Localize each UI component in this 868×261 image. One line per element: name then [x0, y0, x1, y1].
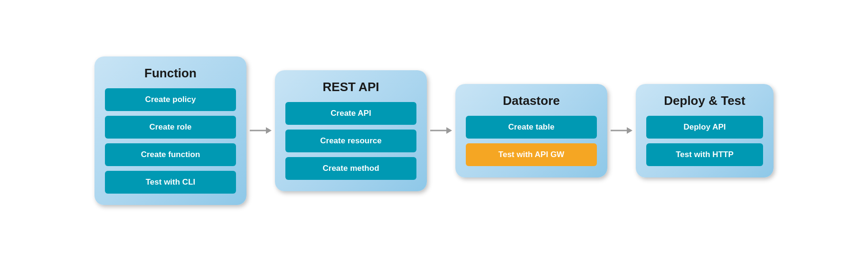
panel-title-datastore: Datastore	[503, 93, 560, 108]
item-btn-rest-api-2[interactable]: Create method	[285, 157, 416, 180]
item-btn-deploy-test-1[interactable]: Test with HTTP	[646, 143, 763, 166]
panel-deploy-test: Deploy & TestDeploy APITest with HTTP	[636, 84, 774, 177]
svg-marker-3	[446, 127, 452, 134]
items-list-deploy-test: Deploy APITest with HTTP	[646, 116, 763, 166]
arrow-2	[607, 121, 636, 140]
panel-rest-api: REST APICreate APICreate resourceCreate …	[275, 70, 427, 191]
items-list-rest-api: Create APICreate resourceCreate method	[285, 102, 416, 180]
item-btn-function-1[interactable]: Create role	[105, 116, 236, 139]
panel-function: FunctionCreate policyCreate roleCreate f…	[94, 56, 246, 205]
panel-datastore: DatastoreCreate tableTest with API GW	[455, 84, 607, 177]
items-list-datastore: Create tableTest with API GW	[466, 116, 597, 166]
items-list-function: Create policyCreate roleCreate functionT…	[105, 88, 236, 194]
item-btn-rest-api-0[interactable]: Create API	[285, 102, 416, 125]
svg-marker-5	[627, 127, 632, 134]
item-btn-function-0[interactable]: Create policy	[105, 88, 236, 111]
arrow-0	[246, 121, 275, 140]
panel-title-rest-api: REST API	[323, 80, 379, 94]
arrow-1	[427, 121, 455, 140]
item-btn-datastore-1[interactable]: Test with API GW	[466, 143, 597, 166]
panel-title-function: Function	[144, 66, 197, 81]
item-btn-function-2[interactable]: Create function	[105, 143, 236, 166]
panel-title-deploy-test: Deploy & Test	[664, 93, 745, 108]
item-btn-function-3[interactable]: Test with CLI	[105, 171, 236, 194]
item-btn-deploy-test-0[interactable]: Deploy API	[646, 116, 763, 139]
svg-marker-1	[266, 127, 272, 134]
item-btn-rest-api-1[interactable]: Create resource	[285, 130, 416, 152]
diagram: FunctionCreate policyCreate roleCreate f…	[85, 47, 783, 214]
item-btn-datastore-0[interactable]: Create table	[466, 116, 597, 139]
